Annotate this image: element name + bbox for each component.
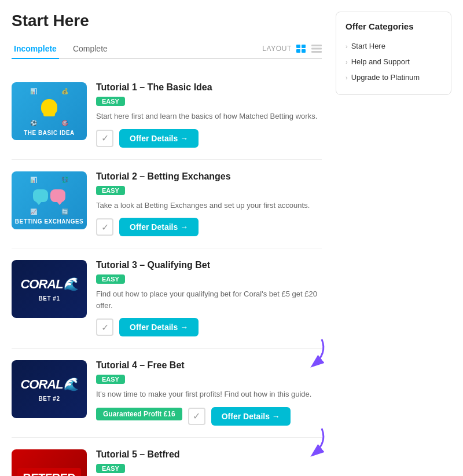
sidebar-item-upgrade[interactable]: › Upgrade to Platinum xyxy=(346,69,442,85)
tutorial-description: Start here first and learn the basics of… xyxy=(96,111,322,122)
tab-incomplete[interactable]: Incomplete xyxy=(12,39,59,59)
svg-rect-0 xyxy=(296,45,300,48)
thumb-label: BETTING EXCHANGES xyxy=(15,218,84,225)
tutorial-description: It's now time to make your first profits… xyxy=(96,389,322,400)
page-title: Start Here xyxy=(12,12,322,30)
tutorial-actions: Guaranteed Profit £16 ✓ Offer Details → xyxy=(96,407,322,426)
complete-checkbox[interactable]: ✓ xyxy=(96,130,113,147)
tutorial-actions: ✓ Offer Details → xyxy=(96,318,322,336)
tab-complete[interactable]: Complete xyxy=(71,39,110,59)
sidebar-item-label: Upgrade to Platinum xyxy=(351,73,420,82)
svg-rect-5 xyxy=(311,48,322,50)
tutorial-thumbnail: CORAL🌊 BET #1 xyxy=(12,260,87,318)
coral-logo: CORAL🌊 xyxy=(20,277,78,292)
complete-checkbox[interactable]: ✓ xyxy=(96,218,113,236)
sidebar-title: Offer Categories xyxy=(346,21,442,31)
thumb-label: BET #1 xyxy=(39,295,60,302)
difficulty-badge: EASY xyxy=(96,274,125,284)
tutorial-thumbnail: BETFRED xyxy=(12,449,87,477)
tutorial-item: 📊 💱 📈 🔄 xyxy=(12,160,322,249)
sidebar-item-start-here[interactable]: › Start Here xyxy=(346,38,442,54)
difficulty-badge: EASY xyxy=(96,97,125,106)
tutorial-list: 📊 💰 ⚽ 🎯 THE BASIC IDEA xyxy=(12,71,322,476)
list-layout-icon[interactable] xyxy=(311,45,322,53)
tutorial-item: CORAL🌊 BET #2 Tutorial 4 – Free Bet EASY… xyxy=(12,349,322,438)
tutorial-title: Tutorial 2 – Betting Exchanges xyxy=(96,171,322,182)
sidebar: Offer Categories › Start Here › Help and… xyxy=(336,12,451,476)
difficulty-badge: EASY xyxy=(96,375,125,384)
layout-label: LAYOUT xyxy=(262,45,292,53)
sidebar-item-help-support[interactable]: › Help and Support xyxy=(346,54,442,69)
chevron-icon: › xyxy=(346,58,348,65)
offer-details-button[interactable]: Offer Details → xyxy=(211,407,291,426)
thumb-label: BET #2 xyxy=(39,396,60,402)
profit-badge: Guaranteed Profit £16 xyxy=(96,408,182,420)
tutorial-info: Tutorial 5 – Betfred EASY Once you've co… xyxy=(96,449,322,477)
svg-rect-1 xyxy=(302,45,306,48)
tutorial-description: Take a look at Betting Exchanges and set… xyxy=(96,200,322,211)
svg-rect-2 xyxy=(296,49,300,53)
tutorial-title: Tutorial 1 – The Basic Idea xyxy=(96,82,322,93)
layout-controls: LAYOUT xyxy=(262,45,322,53)
sidebar-item-label: Help and Support xyxy=(351,57,410,66)
chevron-icon: › xyxy=(346,43,348,50)
offer-details-button[interactable]: Offer Details → xyxy=(119,129,199,148)
tutorial-thumbnail: 📊 💱 📈 🔄 xyxy=(12,171,87,229)
complete-checkbox[interactable]: ✓ xyxy=(96,318,113,336)
offer-details-button[interactable]: Offer Details → xyxy=(119,318,199,336)
tutorial-actions: ✓ Offer Details → xyxy=(96,129,322,148)
tutorial-info: Tutorial 3 – Qualifying Bet EASY Find ou… xyxy=(96,260,322,336)
thumb-label: THE BASIC IDEA xyxy=(24,130,75,136)
difficulty-badge: EASY xyxy=(96,186,125,195)
grid-layout-icon[interactable] xyxy=(296,45,307,53)
svg-rect-3 xyxy=(302,49,306,53)
sidebar-item-label: Start Here xyxy=(351,42,385,50)
offer-details-button[interactable]: Offer Details → xyxy=(119,218,199,236)
tutorial-info: Tutorial 2 – Betting Exchanges EASY Take… xyxy=(96,171,322,237)
tutorial-title: Tutorial 3 – Qualifying Bet xyxy=(96,260,322,270)
tutorial-info: Tutorial 4 – Free Bet EASY It's now time… xyxy=(96,360,322,426)
tutorial-item: 📊 💰 ⚽ 🎯 THE BASIC IDEA xyxy=(12,71,322,160)
sidebar-box: Offer Categories › Start Here › Help and… xyxy=(336,12,451,95)
coral-logo: CORAL🌊 xyxy=(20,377,78,392)
tutorial-description: Find out how to place your qualifying be… xyxy=(96,288,322,311)
tutorial-info: Tutorial 1 – The Basic Idea EASY Start h… xyxy=(96,82,322,148)
difficulty-badge: EASY xyxy=(96,464,125,473)
chevron-icon: › xyxy=(346,74,348,81)
tutorial-thumbnail: CORAL🌊 BET #2 xyxy=(12,360,87,418)
tutorial-title: Tutorial 4 – Free Bet xyxy=(96,360,322,371)
svg-rect-4 xyxy=(311,45,322,46)
complete-checkbox[interactable]: ✓ xyxy=(188,408,205,425)
tab-bar: Incomplete Complete LAYOUT xyxy=(12,39,322,59)
svg-rect-6 xyxy=(311,51,322,53)
tutorial-item: CORAL🌊 BET #1 Tutorial 3 – Qualifying Be… xyxy=(12,248,322,349)
tutorial-thumbnail: 📊 💰 ⚽ 🎯 THE BASIC IDEA xyxy=(12,82,87,140)
tutorial-actions: ✓ Offer Details → xyxy=(96,218,322,236)
tutorial-item: BETFRED Tutorial 5 – Betfred EASY Once y… xyxy=(12,438,322,477)
tutorial-title: Tutorial 5 – Betfred xyxy=(96,449,322,460)
